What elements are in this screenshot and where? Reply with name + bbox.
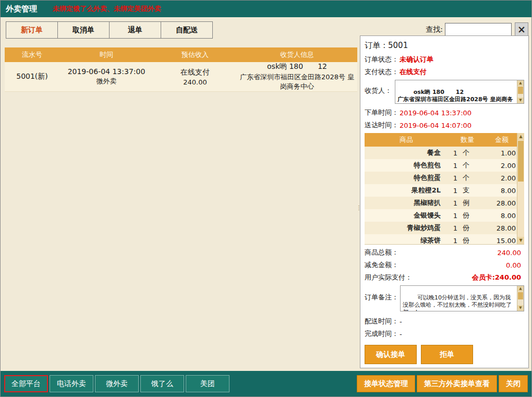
item-qty: 1 [448,199,463,207]
col-time: 时间 [59,50,153,59]
orders-table: 流水号 时间 预估收入 收货人信息 5001(新) 2019-06-04 13:… [5,47,357,92]
finish-time-value: - [400,330,402,338]
remark-scrollbar[interactable]: ▲ ▼ [517,286,524,311]
order-time-label: 下单时间： [365,108,398,117]
total-value: 240.00 [398,249,524,257]
platform-all-button[interactable]: 全部平台 [4,375,48,392]
item-name: 特色煎包 [365,161,448,170]
item-row: 绿茶饼 1 份 15.00 [365,234,524,245]
item-name: 果粒橙2L [365,186,448,195]
remark-text: 可以晚10分钟送到，没关系，因为我没那么饿哈，不过别太晚，不然没时间吃了都=-! [403,294,512,311]
scrollbar-thumb[interactable] [518,141,524,182]
items-col-qty: 数量 [448,135,487,145]
item-qty: 1 [448,224,463,232]
item-row: 金银馒头 1 份 8.00 [365,209,524,222]
detail-order-title: 订单：5001 [365,41,524,51]
order-amount: 240.00 [153,78,237,86]
orders-table-header: 流水号 时间 预估收入 收货人信息 [5,47,357,62]
tab-refund-orders[interactable]: 退单 [109,21,161,39]
item-qty: 1 [448,212,463,220]
scroll-up-icon[interactable]: ▲ [517,133,524,140]
scrollbar-thumb[interactable] [518,292,523,299]
deliver-time-value: 2019-06-04 14:07:00 [400,122,471,129]
reject-order-button[interactable]: 拒单 [421,345,473,364]
col-serial: 流水号 [5,50,59,59]
order-channel: 微外卖 [59,77,153,86]
order-detail-panel: 订单：5001 订单状态： 未确认订单 支付状态： 在线支付 收货人： osk哟… [360,35,529,368]
order-status-label: 订单状态： [365,55,398,64]
item-row: 餐盒 1 个 1.00 [365,147,524,159]
item-unit: 份 [463,211,487,220]
items-table: 商品 数量 金额 餐盒 1 个 1.00 特色煎包 1 个 2.00 特色煎蛋 … [365,133,524,245]
item-unit: 份 [463,236,487,245]
pay-status-value: 在线支付 [400,67,427,77]
dispatch-time-label: 配送时间： [365,317,398,326]
bottom-actions: 接单状态管理 第三方外卖接单查看 关闭 [355,375,528,392]
accept-status-manage-button[interactable]: 接单状态管理 [357,375,415,392]
page-title: 外卖管理 [6,4,37,14]
item-row: 特色煎包 1 个 2.00 [365,159,524,172]
order-row[interactable]: 5001(新) 2019-06-04 13:37:00 微外卖 在线支付 240… [5,62,357,92]
search-area: 查找: × [426,22,528,37]
item-row: 黑椒猪扒 1 例 28.00 [365,197,524,209]
order-tabs: 新订单 取消单 退单 自配送 [6,21,213,39]
scrollbar-thumb[interactable] [518,87,523,94]
item-name: 黑椒猪扒 [365,198,448,208]
search-label: 查找: [426,25,443,34]
item-qty: 1 [448,174,463,182]
tab-self-delivery[interactable]: 自配送 [161,21,213,39]
item-qty: 1 [448,162,463,170]
item-unit: 支 [463,186,487,195]
item-row: 青椒炒鸡蛋 1 份 28.00 [365,222,524,234]
item-unit: 个 [463,161,487,170]
unbound-platform-warning: 未绑定饿了么外卖、未绑定美团外卖 [53,4,161,14]
scroll-up-icon[interactable]: ▲ [517,286,524,292]
remark-label: 订单备注： [365,285,400,302]
order-address: 广东省深圳市福田区金田路2028号 皇岗商务中心 [237,73,357,91]
platform-meituan-button[interactable]: 美团 [186,375,229,392]
items-scrollbar[interactable]: ▲ ▼ [517,133,524,244]
scroll-down-icon[interactable]: ▼ [517,305,524,311]
item-qty: 1 [448,237,463,245]
finish-time-label: 完成时间： [365,329,398,339]
platform-wechat-button[interactable]: 微外卖 [95,375,139,392]
item-name: 特色煎蛋 [365,173,448,183]
search-input[interactable] [445,23,512,37]
scroll-up-icon[interactable]: ▲ [517,80,524,86]
order-status-value: 未确认订单 [400,55,433,64]
item-unit: 份 [463,223,487,233]
discount-value: 0.00 [398,261,524,269]
order-pay-type: 在线支付 [153,68,237,77]
order-receiver: osk哟 180 12 [237,62,357,71]
confirm-order-button[interactable]: 确认接单 [365,345,417,364]
discount-label: 减免金额： [365,260,398,270]
third-party-orders-button[interactable]: 第三方外卖接单查看 [417,375,497,392]
item-qty: 1 [448,149,463,157]
platform-phone-button[interactable]: 电话外卖 [50,375,93,392]
receiver-box[interactable]: osk哟 180 12 广东省深圳市福田区金田路2028号 皇岗商务中心23楼A… [395,80,524,104]
item-name: 青椒炒鸡蛋 [365,223,448,233]
takeout-management-window: 外卖管理 未绑定饿了么外卖、未绑定美团外卖 新订单 取消单 退单 自配送 查找:… [0,0,532,397]
close-window-button[interactable]: 关闭 [499,375,528,392]
scroll-down-icon[interactable]: ▼ [517,98,524,103]
receiver-scrollbar[interactable]: ▲ ▼ [517,80,524,103]
remark-box[interactable]: 可以晚10分钟送到，没关系，因为我没那么饿哈，不过别太晚，不然没时间吃了都=-!… [400,285,524,311]
order-time: 2019-06-04 13:37:00 [59,67,153,76]
pay-status-label: 支付状态： [365,67,398,77]
close-icon[interactable]: × [515,22,528,37]
deliver-time-label: 送达时间： [365,121,398,130]
receiver-label: 收货人： [365,80,395,95]
receiver-text: osk哟 180 12 广东省深圳市福田区金田路2028号 皇岗商务中心23楼A [397,89,513,104]
tab-new-orders[interactable]: 新订单 [6,21,58,39]
order-time-value: 2019-06-04 13:37:00 [400,109,471,117]
platform-eleme-button[interactable]: 饿了么 [140,375,184,392]
tab-cancelled-orders[interactable]: 取消单 [57,21,110,39]
scroll-down-icon[interactable]: ▼ [517,237,524,244]
item-unit: 个 [463,173,487,183]
items-col-name: 商品 [365,135,448,145]
item-row: 特色煎蛋 1 个 2.00 [365,172,524,184]
item-name: 金银馒头 [365,211,448,220]
bottom-bar: 全部平台 电话外卖 微外卖 饿了么 美团 接单状态管理 第三方外卖接单查看 关闭 [1,371,531,396]
paid-label: 用户实际支付： [365,273,412,282]
item-unit: 个 [463,148,487,158]
